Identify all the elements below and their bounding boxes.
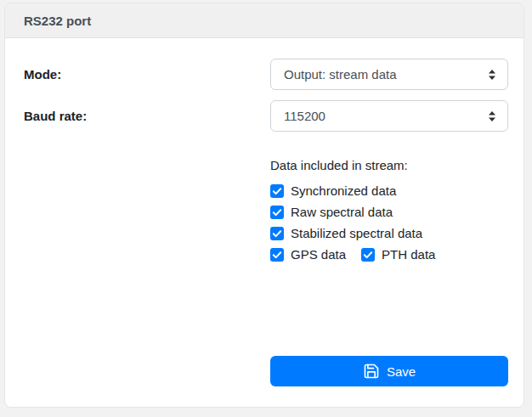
rs232-port-panel: RS232 port Mode: Output: stream data Bau…	[4, 3, 524, 408]
checkbox-label: GPS data	[291, 246, 346, 263]
checkbox-checked-icon	[270, 184, 284, 198]
checkbox-row: GPS data PTH data	[270, 246, 508, 263]
mode-row: Mode: Output: stream data	[24, 59, 508, 90]
checkbox-row: Raw spectral data	[270, 204, 508, 221]
checkbox-row: Synchronized data	[270, 183, 508, 200]
checkbox-synchronized-data[interactable]: Synchronized data	[270, 183, 396, 200]
save-button-label: Save	[387, 364, 416, 379]
save-icon	[363, 363, 380, 380]
panel-title: RS232 port	[24, 14, 91, 28]
stream-data-section: Data included in stream: Synchronized da…	[270, 157, 508, 263]
mode-select[interactable]: Output: stream data	[270, 59, 508, 90]
checkbox-row: Stabilized spectral data	[270, 225, 508, 242]
panel-body: Mode: Output: stream data Baud rate: 115…	[5, 38, 524, 386]
checkbox-stabilized-spectral-data[interactable]: Stabilized spectral data	[270, 225, 422, 242]
checkbox-checked-icon	[270, 227, 284, 240]
save-row: Save	[270, 356, 508, 386]
checkbox-pth-data[interactable]: PTH data	[361, 246, 435, 263]
panel-header: RS232 port	[5, 3, 524, 38]
checkbox-raw-spectral-data[interactable]: Raw spectral data	[270, 204, 393, 221]
baud-rate-select[interactable]: 115200	[270, 100, 508, 132]
checkbox-checked-icon	[270, 248, 284, 262]
checkbox-gps-data[interactable]: GPS data	[270, 246, 346, 263]
save-button[interactable]: Save	[270, 356, 508, 386]
stream-section-label: Data included in stream:	[270, 157, 508, 174]
baud-rate-select-wrap: 115200	[270, 100, 508, 132]
checkbox-checked-icon	[361, 248, 375, 262]
checkbox-label: Stabilized spectral data	[291, 225, 422, 242]
mode-label: Mode:	[24, 67, 61, 82]
checkbox-label: PTH data	[382, 246, 435, 263]
baud-rate-row: Baud rate: 115200	[24, 100, 508, 132]
checkbox-label: Synchronized data	[291, 183, 396, 200]
checkbox-checked-icon	[270, 206, 284, 219]
baud-rate-label: Baud rate:	[24, 109, 87, 123]
checkbox-label: Raw spectral data	[291, 204, 393, 221]
mode-select-wrap: Output: stream data	[270, 59, 508, 90]
